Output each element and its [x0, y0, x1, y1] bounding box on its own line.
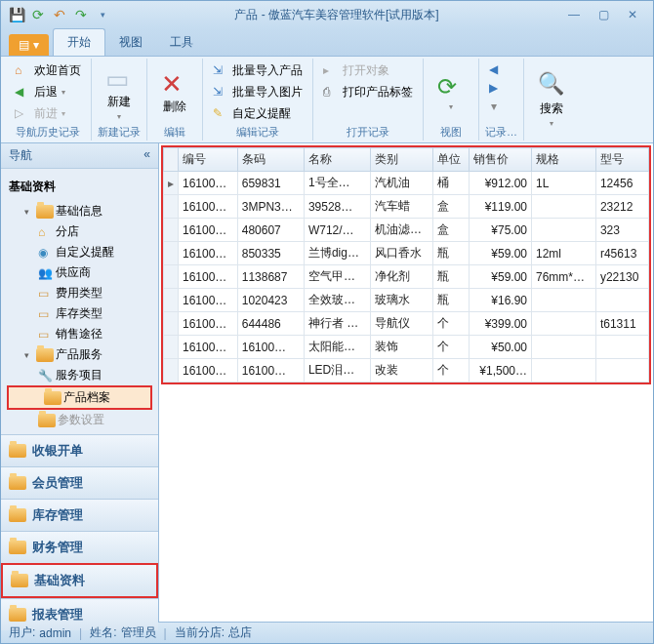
chevron-down-icon: ▾ — [449, 102, 453, 111]
tree-service-item[interactable]: 🔧服务项目 — [3, 365, 156, 385]
col-unit[interactable]: 单位 — [432, 148, 469, 172]
col-barcode[interactable]: 条码 — [237, 148, 304, 172]
tab-tools[interactable]: 工具 — [156, 29, 207, 56]
status-branch-label: 当前分店: — [175, 624, 225, 641]
tree-root[interactable]: 基础资料 — [3, 173, 156, 201]
welcome-button[interactable]: ⌂欢迎首页 — [11, 60, 85, 81]
collapse-icon[interactable]: ▾ — [24, 350, 34, 360]
col-spec[interactable]: 规格 — [532, 148, 596, 172]
tree-sales-channel[interactable]: ▭销售途径 — [3, 324, 156, 344]
folder-icon — [36, 205, 54, 219]
cell-name: 39528… — [304, 195, 370, 219]
close-button[interactable]: ✕ — [622, 8, 643, 21]
product-table[interactable]: 编号 条码 名称 类别 单位 销售价 规格 型号 ▸ 16100… 659831… — [163, 147, 649, 382]
refresh-icon[interactable]: ⟳ — [30, 7, 46, 22]
folder-icon — [38, 414, 56, 427]
product-table-wrap: 编号 条码 名称 类别 单位 销售价 规格 型号 ▸ 16100… 659831… — [161, 145, 651, 384]
cell-unit: 盒 — [432, 219, 469, 242]
sidebar-collapse-icon[interactable]: « — [143, 147, 150, 164]
maximize-button[interactable]: ▢ — [593, 8, 614, 21]
col-price[interactable]: 销售价 — [469, 148, 531, 172]
window-title: 产品 - 傲蓝汽车美容管理软件[试用版本] — [110, 7, 563, 23]
tree-prod-archive[interactable]: 产品档案 — [7, 385, 152, 410]
cell-model: t61311 — [595, 312, 648, 336]
tree-custom-remind[interactable]: ◉自定义提醒 — [3, 242, 156, 262]
custom-remind-button[interactable]: ✎自定义提醒 — [209, 103, 307, 124]
cell-barcode: 3MPN3… — [237, 195, 304, 219]
group-new-label: 新建记录 — [98, 124, 141, 141]
delete-icon: ✕ — [161, 69, 188, 97]
bulk-import-image-button[interactable]: ⇲批量导入图片 — [209, 82, 307, 102]
table-row[interactable]: 16100… 480607 W712/… 机油滤… 盒 ¥75.00 323 — [164, 219, 649, 242]
folder-icon — [9, 476, 26, 490]
cell-category: 净化剂 — [371, 265, 433, 289]
record-prev-button[interactable]: ◀ — [485, 60, 502, 78]
search-button[interactable]: 🔍 搜索 ▾ — [530, 60, 573, 139]
view-button[interactable]: ⟳ ▾ — [429, 60, 472, 124]
acc-finance[interactable]: 财务管理 — [1, 531, 158, 563]
col-category[interactable]: 类别 — [371, 148, 433, 172]
tree-fee-type[interactable]: ▭费用类型 — [3, 283, 156, 303]
search-icon: 🔍 — [538, 71, 565, 99]
record-next-button[interactable]: ▶ — [485, 79, 502, 97]
tree-branch[interactable]: ⌂分店 — [3, 221, 156, 242]
collapse-icon[interactable]: ▾ — [24, 207, 34, 217]
cell-id: 16100… — [179, 312, 238, 336]
acc-label: 基础资料 — [34, 572, 85, 589]
cell-name: 太阳能… — [304, 336, 370, 359]
col-model[interactable]: 型号 — [595, 148, 648, 172]
group-view-label: 视图 — [429, 124, 472, 141]
file-menu-button[interactable]: ▤ ▾ — [9, 34, 49, 56]
save-icon[interactable]: 💾 — [9, 7, 24, 22]
forward-button[interactable]: ▷前进 ▾ — [11, 103, 85, 124]
qat-dropdown-icon[interactable]: ▾ — [95, 7, 110, 22]
cell-unit: 瓶 — [432, 289, 469, 312]
acc-basedata[interactable]: 基础资料 — [1, 563, 158, 598]
table-row[interactable]: 16100… 16100… LED泪… 改装 个 ¥1,500… — [164, 359, 649, 382]
cell-price: ¥912.00 — [469, 172, 531, 195]
table-header-row: 编号 条码 名称 类别 单位 销售价 规格 型号 — [164, 148, 649, 172]
tree-base-info[interactable]: ▾基础信息 — [3, 201, 156, 221]
new-button[interactable]: ▭ 新建 ▾ — [98, 60, 141, 124]
tree-prod-service[interactable]: ▾产品服务 — [3, 344, 156, 365]
globe-icon: ◉ — [38, 246, 54, 260]
cell-category: 风口香水 — [371, 242, 433, 265]
table-row[interactable]: 16100… 1020423 全效玻… 玻璃水 瓶 ¥16.90 — [164, 289, 649, 312]
card-icon: ▭ — [38, 307, 54, 321]
table-row[interactable]: 16100… 16100… 太阳能… 装饰 个 ¥50.00 — [164, 336, 649, 359]
cell-name: 1号全… — [304, 172, 370, 195]
tab-start[interactable]: 开始 — [53, 28, 105, 56]
tree-stock-type[interactable]: ▭库存类型 — [3, 303, 156, 324]
separator: | — [164, 626, 167, 640]
cell-unit: 个 — [432, 359, 469, 382]
delete-button[interactable]: ✕ 删除 — [153, 60, 196, 124]
acc-stock[interactable]: 库存管理 — [1, 499, 158, 531]
table-row[interactable]: 16100… 644486 神行者 … 导航仪 个 ¥399.00 t61311 — [164, 312, 649, 336]
title-bar: 💾 ⟳ ↶ ↷ ▾ 产品 - 傲蓝汽车美容管理软件[试用版本] — ▢ ✕ — [1, 1, 653, 28]
new-icon: ▭ — [105, 64, 133, 92]
redo-icon[interactable]: ↷ — [73, 7, 89, 22]
print-tag-button[interactable]: ⎙打印产品标签 — [319, 82, 417, 102]
acc-member[interactable]: 会员管理 — [1, 466, 158, 499]
tree-label: 自定义提醒 — [56, 244, 114, 261]
acc-cashier[interactable]: 收银开单 — [1, 434, 158, 466]
col-name[interactable]: 名称 — [304, 148, 370, 172]
table-row[interactable]: ▸ 16100… 659831 1号全… 汽机油 桶 ¥912.00 1L 12… — [164, 172, 649, 195]
tab-view[interactable]: 视图 — [105, 29, 156, 56]
card-icon: ▭ — [38, 287, 54, 301]
bulk-import-product-button[interactable]: ⇲批量导入产品 — [209, 60, 307, 81]
table-row[interactable]: 16100… 1138687 空气甲… 净化剂 瓶 ¥59.00 76mm*… … — [164, 265, 649, 289]
chevron-down-icon: ▾ — [550, 119, 553, 128]
tree-supplier[interactable]: 👥供应商 — [3, 262, 156, 283]
row-indicator — [164, 242, 179, 265]
minimize-button[interactable]: — — [563, 8, 585, 21]
cell-name: 空气甲… — [304, 265, 370, 289]
tree-param[interactable]: 参数设置 — [3, 410, 156, 430]
open-object-button[interactable]: ▸打开对象 — [319, 60, 417, 81]
record-more-button[interactable]: ▾ — [487, 98, 501, 115]
table-row[interactable]: 16100… 850335 兰博dig… 风口香水 瓶 ¥59.00 12ml … — [164, 242, 649, 265]
back-button[interactable]: ◀后退 ▾ — [11, 82, 85, 102]
undo-icon[interactable]: ↶ — [52, 7, 67, 22]
col-id[interactable]: 编号 — [179, 148, 238, 172]
table-row[interactable]: 16100… 3MPN3… 39528… 汽车蜡 盒 ¥119.00 23212 — [164, 195, 649, 219]
